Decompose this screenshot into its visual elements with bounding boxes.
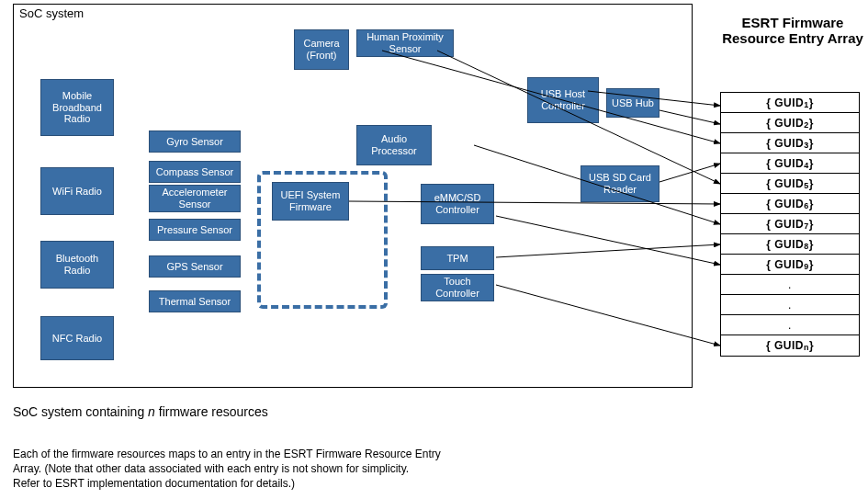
caption-main: SoC system containing n firmware resourc… [13, 404, 268, 419]
esrt-row: { GUID1 } [721, 93, 859, 113]
block-accelerometer-sensor: Accelerometer Sensor [149, 185, 241, 212]
esrt-row: { GUID5 } [721, 174, 859, 194]
block-wifi-radio: WiFi Radio [40, 167, 114, 215]
esrt-row: { GUID9 } [721, 255, 859, 275]
block-audio-processor: Audio Processor [356, 125, 432, 165]
block-touch-controller: Touch Controller [421, 274, 494, 301]
block-usb-host-controller: USB Host Controller [527, 77, 599, 123]
block-thermal-sensor: Thermal Sensor [149, 290, 241, 312]
esrt-row: { GUID4 } [721, 153, 859, 174]
esrt-row: { GUID2 } [721, 113, 859, 133]
caption-sub: Each of the firmware resources maps to a… [13, 447, 527, 492]
block-nfc-radio: NFC Radio [40, 316, 114, 360]
block-uefi-system-firmware: UEFI System Firmware [272, 182, 349, 221]
block-bluetooth-radio: Bluetooth Radio [40, 241, 114, 289]
block-usb-sd-card-reader: USB SD Card Reader [581, 165, 659, 202]
esrt-title: ESRT Firmware Resource Entry Array [722, 15, 863, 46]
esrt-title-line2: Resource Entry Array [722, 30, 863, 46]
block-emmc-sd-controller: eMMC/SD Controller [421, 184, 494, 224]
block-compass-sensor: Compass Sensor [149, 161, 241, 183]
esrt-row: . [721, 315, 859, 335]
esrt-row: { GUIDn } [721, 335, 859, 356]
block-gps-sensor: GPS Sensor [149, 255, 241, 278]
esrt-row: . [721, 275, 859, 295]
esrt-array-table: { GUID1 }{ GUID2 }{ GUID3 }{ GUID4 }{ GU… [720, 92, 860, 357]
block-pressure-sensor: Pressure Sensor [149, 219, 241, 241]
block-usb-hub: USB Hub [606, 88, 659, 118]
esrt-row: { GUID7 } [721, 214, 859, 234]
esrt-row: { GUID3 } [721, 133, 859, 153]
block-camera-front: Camera (Front) [294, 29, 349, 70]
esrt-row: . [721, 295, 859, 315]
esrt-row: { GUID8 } [721, 234, 859, 255]
block-human-proximity-sensor: Human Proximity Sensor [356, 29, 454, 57]
block-mobile-broadband-radio: Mobile Broadband Radio [40, 79, 114, 136]
esrt-row: { GUID6 } [721, 194, 859, 214]
soc-title: SoC system [19, 6, 84, 20]
block-tpm: TPM [421, 246, 494, 270]
esrt-title-line1: ESRT Firmware [722, 15, 863, 30]
block-gyro-sensor: Gyro Sensor [149, 130, 241, 153]
